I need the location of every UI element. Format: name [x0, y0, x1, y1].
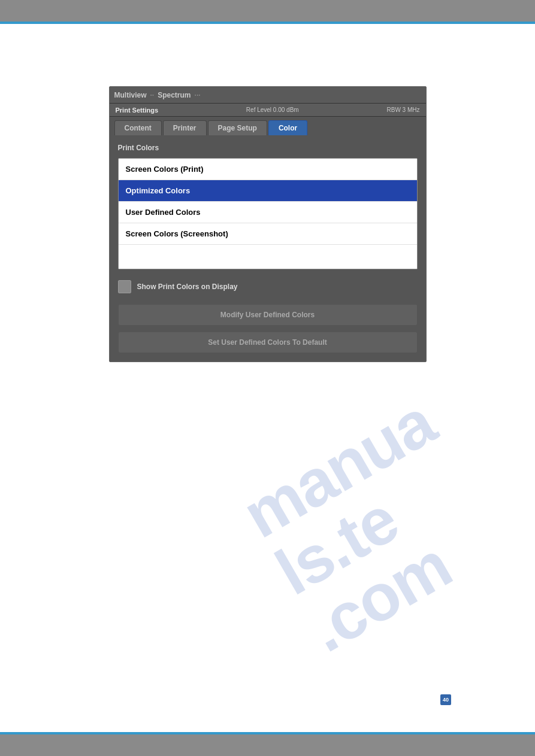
show-print-colors-checkbox[interactable]: [118, 280, 131, 293]
page-number-icon: 40: [440, 694, 451, 705]
list-item-empty: [119, 245, 417, 269]
instrument-title-multiview: Multiview: [114, 91, 147, 99]
list-item-user-defined-colors[interactable]: User Defined Colors: [119, 202, 417, 223]
dialog-body: Print Colors Screen Colors (Print) Optim…: [110, 135, 426, 362]
rbw-label: RBW 3 MHz: [387, 107, 420, 113]
tab-page-setup[interactable]: Page Setup: [208, 120, 267, 135]
print-settings-bar: Print Settings Ref Level 0.00 dBm RBW 3 …: [110, 104, 426, 117]
modify-user-defined-colors-button[interactable]: Modify User Defined Colors: [118, 304, 418, 326]
bottom-bar-accent: [0, 732, 535, 734]
tab-bar: Content Printer Page Setup Color: [110, 117, 426, 135]
instrument-title-text: Multiview ·· Spectrum ···: [114, 91, 201, 99]
instrument-title-sep2: ···: [195, 91, 201, 99]
instrument-titlebar: Multiview ·· Spectrum ···: [110, 87, 426, 104]
tab-color[interactable]: Color: [268, 120, 307, 135]
top-bar-accent: [0, 22, 535, 24]
dialog-window: Multiview ·· Spectrum ··· Print Settings…: [109, 86, 427, 362]
print-colors-section-label: Print Colors: [118, 144, 418, 152]
print-settings-label: Print Settings: [116, 107, 159, 114]
list-item-optimized-colors[interactable]: Optimized Colors: [119, 180, 417, 202]
top-bar: [0, 0, 535, 24]
bottom-bar: [0, 732, 535, 756]
tab-printer[interactable]: Printer: [163, 120, 207, 135]
ref-level-label: Ref Level 0.00 dBm: [246, 107, 299, 113]
show-print-colors-row: Show Print Colors on Display: [118, 278, 418, 296]
show-print-colors-label: Show Print Colors on Display: [137, 283, 238, 291]
instrument-title-sep1: ··: [150, 91, 155, 99]
list-item-screen-colors-screenshot[interactable]: Screen Colors (Screenshot): [119, 223, 417, 245]
color-listbox: Screen Colors (Print) Optimized Colors U…: [118, 158, 418, 269]
main-content: Multiview ·· Spectrum ··· Print Settings…: [0, 26, 535, 732]
tab-content[interactable]: Content: [114, 120, 162, 135]
set-user-defined-colors-default-button[interactable]: Set User Defined Colors To Default: [118, 332, 418, 353]
list-item-screen-colors-print[interactable]: Screen Colors (Print): [119, 159, 417, 180]
instrument-title-spectrum: Spectrum: [158, 91, 191, 99]
